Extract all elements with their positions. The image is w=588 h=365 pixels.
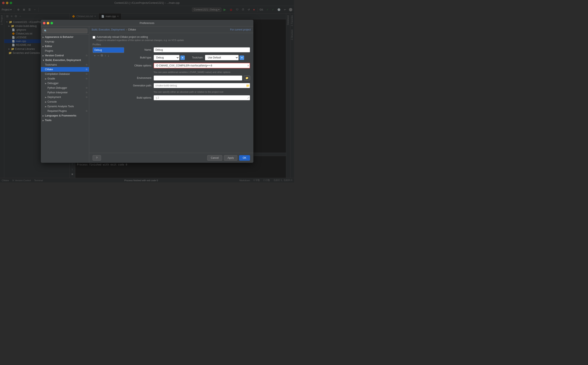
toolchain-arrow-btn[interactable]: ▼ [239, 56, 244, 60]
dialog-title-bar: Preferences [41, 20, 253, 27]
cmake-options-container: ✕ [154, 63, 250, 68]
build-type-select[interactable]: Debug Release RelWithDebInfo MinSizeRel [154, 55, 179, 60]
name-row: Name: [127, 47, 250, 52]
cancel-btn[interactable]: Cancel [207, 155, 222, 161]
pref-required-plugins[interactable]: Required Plugins ⧉ [41, 109, 89, 113]
profiles-list-toolbar: + − ⧉ ↑ ↓ [93, 53, 124, 58]
cmake-options-hint: You can pass additional variables (-DVAR… [154, 71, 250, 73]
build-options-expand-btn[interactable]: ⤢ [247, 96, 250, 99]
name-input[interactable] [154, 47, 250, 52]
compilation-label: Compilation Database [45, 72, 70, 76]
profile-remove-btn[interactable]: − [97, 54, 100, 57]
debugger-arrow: ▶ [45, 82, 47, 84]
environment-browse-btn[interactable]: 📁 [244, 76, 250, 80]
vcs-arrow: ▶ [43, 55, 44, 57]
profiles-list: Debug [93, 47, 124, 53]
deployment-ext-icon: ⧉ [86, 96, 87, 98]
dialog-max-light[interactable] [50, 22, 53, 24]
cmake-options-input[interactable] [154, 63, 250, 68]
environment-row: Environment: 📁 [127, 76, 250, 81]
pref-compilation[interactable]: Compilation Database ⧉ [41, 72, 89, 76]
profile-copy-btn[interactable]: ⧉ [100, 53, 104, 57]
console-label: Console [48, 100, 57, 103]
ok-btn[interactable]: OK [239, 155, 250, 161]
pref-console[interactable]: ▶ Console [41, 99, 89, 104]
deployment-arrow: ▶ [45, 96, 47, 98]
help-btn[interactable]: ? [93, 155, 101, 161]
build-type-arrow-btn[interactable]: ▼ [180, 56, 185, 60]
apply-btn[interactable]: Apply [224, 155, 237, 161]
python-interpreter-label: Python Interpreter [48, 91, 68, 94]
breadcrumb-link[interactable]: For current project [230, 28, 251, 31]
pref-cmake[interactable]: CMake ⧉ [41, 67, 89, 72]
dialog-body: ▶ Appearance & Behavior Keymap ▶ Editor … [41, 27, 253, 163]
pref-keymap[interactable]: Keymap [41, 39, 89, 44]
pref-build[interactable]: ▼ Build, Execution, Deployment [41, 58, 89, 63]
pref-vcs[interactable]: ▶ Version Control ⧉ [41, 53, 89, 58]
pref-python-interpreter[interactable]: Python Interpreter ⧉ [41, 90, 89, 95]
search-area [41, 27, 89, 35]
tools-label: Tools [45, 119, 51, 122]
required-plugins-label: Required Plugins [48, 110, 67, 112]
pref-dynamic[interactable]: ▶ Dynamic Analysis Tools [41, 104, 89, 109]
dialog-breadcrumb: Build, Execution, Deployment › CMake For… [89, 27, 253, 33]
auto-reload-hint: Project is reloaded regardless of this o… [97, 39, 184, 42]
editor-arrow: ▶ [43, 45, 44, 48]
dialog-min-light[interactable] [47, 22, 49, 24]
profile-up-btn[interactable]: ↑ [104, 54, 107, 57]
toolchains-ext-icon: ⧉ [86, 63, 87, 66]
build-type-label: Build type: [127, 56, 152, 59]
dialog-close-light[interactable] [43, 22, 45, 24]
breadcrumb-sep: › [126, 28, 127, 31]
dialog-traffic-lights [43, 22, 53, 24]
build-options-container: ⤢ [154, 95, 250, 100]
vcs-label: Version Control [45, 54, 64, 57]
languages-arrow: ▶ [43, 115, 44, 117]
build-arrow: ▼ [43, 59, 45, 61]
pref-debugger[interactable]: ▶ Debugger [41, 81, 89, 85]
debugger-label: Debugger [48, 82, 59, 85]
build-options-input[interactable] [154, 95, 250, 100]
name-label: Name: [127, 48, 152, 51]
cmake-settings-content: Automatically reload CMake project on ed… [89, 33, 253, 153]
profiles-right: Name: Build type: [127, 47, 250, 103]
search-input[interactable] [43, 28, 87, 33]
toolchains-label: Toolchains [45, 63, 57, 66]
generation-path-row: Generation path: 📁 [127, 83, 250, 88]
breadcrumb-parent[interactable]: Build, Execution, Deployment [92, 28, 125, 31]
pyinterpreter-ext-icon: ⧉ [86, 91, 87, 94]
pref-gradle[interactable]: ▶ Gradle ⧉ [41, 76, 89, 81]
gen-path-container: 📁 [154, 83, 250, 88]
profile-debug[interactable]: Debug [93, 48, 124, 53]
dynamic-arrow: ▶ [45, 105, 47, 108]
gradle-ext-icon: ⧉ [86, 77, 87, 80]
plugins-label: Plugins [45, 49, 53, 52]
gen-path-browse-btn[interactable]: 📁 [246, 84, 250, 87]
cmake-label: CMake [45, 68, 53, 71]
environment-input[interactable] [154, 76, 242, 81]
pref-toolchains[interactable]: Toolchains ⧉ [41, 63, 89, 67]
dialog-overlay: Preferences ▶ Appearance & Behavior Keym… [0, 0, 294, 182]
preferences-sidebar: ▶ Appearance & Behavior Keymap ▶ Editor … [41, 27, 89, 163]
pref-tools[interactable]: ▶ Tools [41, 118, 89, 123]
pref-plugins[interactable]: Plugins [41, 49, 89, 53]
pref-deployment[interactable]: ▶ Deployment ⧉ [41, 95, 89, 99]
cmake-options-clear-btn[interactable]: ✕ [247, 64, 250, 67]
auto-reload-checkbox[interactable] [93, 36, 95, 39]
dialog-main: Build, Execution, Deployment › CMake For… [89, 27, 253, 163]
profile-down-btn[interactable]: ↓ [107, 54, 110, 57]
profile-add-btn[interactable]: + [93, 54, 96, 57]
toolchain-select[interactable]: Use Default [205, 55, 239, 60]
profiles-section: Profiles Debug + [93, 43, 250, 103]
pref-appearance[interactable]: ▶ Appearance & Behavior [41, 35, 89, 39]
profile-list-container: Debug + − ⧉ ↑ ↓ [93, 47, 124, 103]
toolchain-container: Use Default ▼ [205, 55, 244, 60]
pydebugger-ext-icon: ⧉ [86, 87, 87, 89]
pref-languages[interactable]: ▶ Languages & Frameworks [41, 113, 89, 118]
pref-python-debugger[interactable]: Python Debugger ⧉ [41, 85, 89, 90]
pref-editor[interactable]: ▶ Editor [41, 44, 89, 49]
generation-path-input[interactable] [154, 83, 250, 88]
python-debugger-label: Python Debugger [48, 86, 67, 89]
dialog-title: Preferences [140, 21, 154, 25]
auto-reload-label: Automatically reload CMake project on ed… [97, 35, 184, 38]
